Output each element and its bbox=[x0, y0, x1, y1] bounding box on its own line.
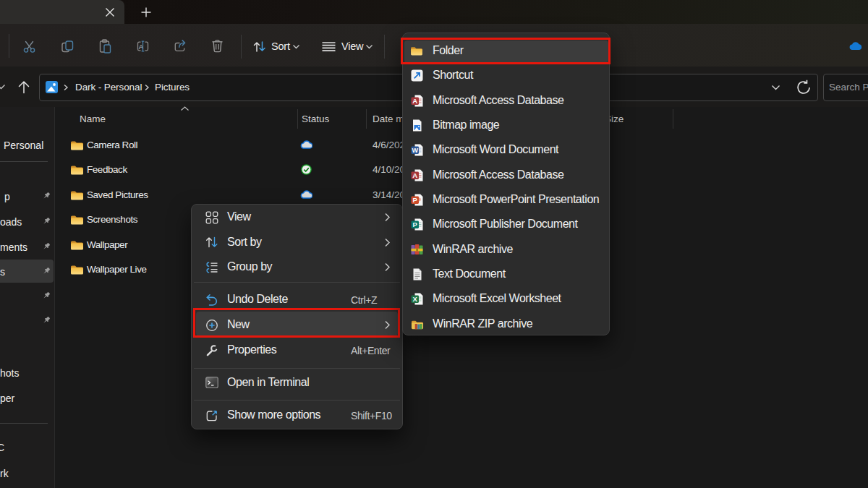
svg-text:X: X bbox=[413, 295, 418, 303]
svg-text:A: A bbox=[412, 96, 417, 104]
svg-text:P: P bbox=[413, 196, 418, 204]
svg-text:A: A bbox=[412, 171, 417, 179]
svg-text:W: W bbox=[412, 147, 419, 154]
svg-text:P: P bbox=[413, 221, 418, 228]
